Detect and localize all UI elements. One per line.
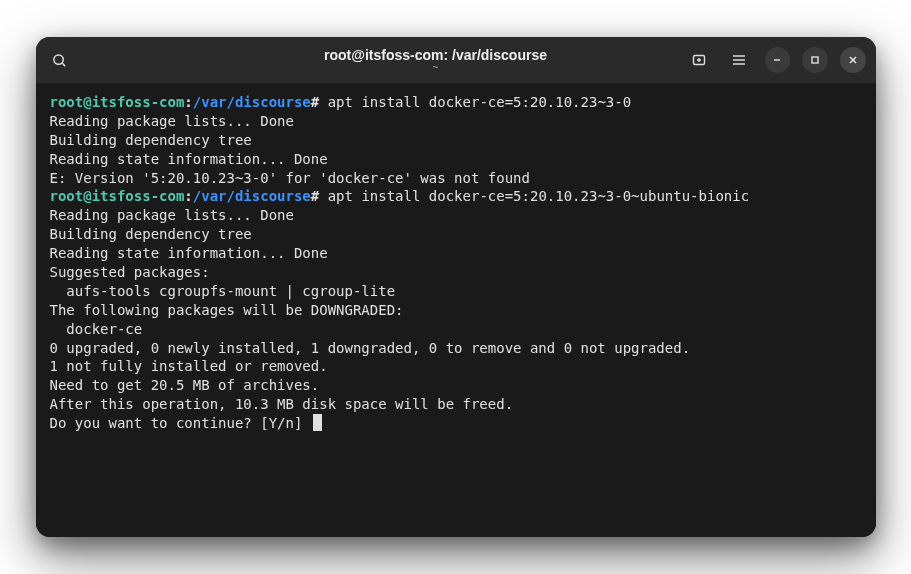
prompt-symbol: # [311,188,328,204]
window-title: root@itsfoss-com: /var/discourse ~ [186,47,686,73]
hamburger-menu-icon[interactable] [725,46,753,74]
minimize-button[interactable] [765,47,791,73]
command-2: apt install docker-ce=5:20.10.23~3-0~ubu… [328,188,749,204]
title-text: root@itsfoss-com: /var/discourse [324,47,547,63]
terminal-window: root@itsfoss-com: /var/discourse ~ [36,37,876,537]
command-1: apt install docker-ce=5:20.10.23~3-0 [328,94,631,110]
prompt-colon: : [184,94,192,110]
prompt-path: /var/discourse [193,188,311,204]
svg-rect-9 [812,57,818,63]
prompt-path: /var/discourse [193,94,311,110]
svg-point-0 [54,54,63,63]
maximize-button[interactable] [802,47,828,73]
svg-line-1 [62,63,65,66]
prompt-colon: : [184,188,192,204]
new-tab-icon[interactable] [686,46,714,74]
search-icon[interactable] [46,46,74,74]
terminal-body[interactable]: root@itsfoss-com:/var/discourse# apt ins… [36,83,876,537]
prompt-symbol: # [311,94,328,110]
close-button[interactable] [840,47,866,73]
prompt-user: root@itsfoss-com [50,188,185,204]
cursor [313,414,322,431]
subtitle-text: ~ [186,62,686,73]
output-block-1: Reading package lists... Done Building d… [50,113,530,186]
output-block-2: Reading package lists... Done Building d… [50,207,691,431]
prompt-user: root@itsfoss-com [50,94,185,110]
titlebar: root@itsfoss-com: /var/discourse ~ [36,37,876,83]
